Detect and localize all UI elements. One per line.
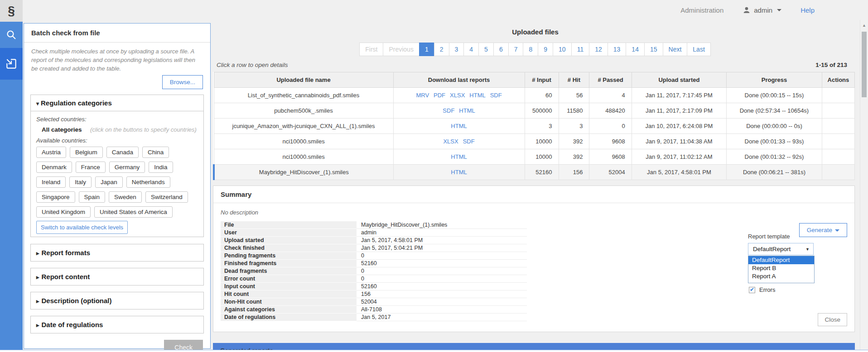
person-icon [743, 6, 751, 14]
regulation-categories-header[interactable]: Regulation categories [31, 95, 203, 111]
selected-template-value: DefaultReport [753, 246, 791, 252]
switch-check-levels-button[interactable]: Switch to available check levels [36, 221, 128, 234]
pagination-page-8[interactable]: 8 [523, 43, 538, 56]
country-button-japan[interactable]: Japan [95, 176, 123, 188]
cell-file-name: Maybridge_HitDiscover_(1).smiles [214, 165, 393, 180]
pagination-page-9[interactable]: 9 [538, 43, 553, 56]
download-link-html[interactable]: HTML [451, 169, 467, 176]
pagination-page-1[interactable]: 1 [419, 43, 434, 56]
sidebar-item-batch-check[interactable] [0, 48, 23, 80]
download-link-xlsx[interactable]: XLSX [450, 92, 465, 99]
report-template-select[interactable]: DefaultReport ▼ [748, 243, 814, 255]
pagination-previous[interactable]: Previous [383, 43, 419, 56]
pagination-page-4[interactable]: 4 [463, 43, 479, 56]
dropdown-option-report-a[interactable]: Report A [748, 272, 814, 281]
download-link-pdf[interactable]: PDF [434, 92, 445, 99]
pagination-page-13[interactable]: 13 [608, 43, 627, 56]
country-button-united-kingdom[interactable]: United Kingdom [36, 206, 91, 218]
cell-file-name: pubchem500k_.smiles [214, 103, 393, 119]
pagination-page-7[interactable]: 7 [508, 43, 524, 56]
country-button-spain[interactable]: Spain [79, 191, 106, 203]
detail-label: Dead fragments [221, 267, 357, 275]
batch-import-icon [5, 57, 18, 71]
pagination-first[interactable]: First [359, 43, 383, 56]
pagination-page-11[interactable]: 11 [571, 43, 590, 56]
table-row-selected[interactable]: Maybridge_HitDiscover_(1).smiles HTML 52… [214, 165, 855, 180]
section-report-formats[interactable]: Report formats [30, 244, 204, 262]
errors-checkbox[interactable] [749, 287, 755, 293]
country-button-china[interactable]: China [142, 147, 169, 158]
section-description[interactable]: Description (optional) [30, 292, 204, 309]
download-link-html[interactable]: HTML [459, 107, 475, 114]
help-link[interactable]: Help [800, 6, 815, 14]
pagination-page-5[interactable]: 5 [478, 43, 494, 56]
country-button-italy[interactable]: Italy [69, 176, 92, 188]
pagination-page-2[interactable]: 2 [434, 43, 449, 56]
country-button-usa[interactable]: United States of America [94, 206, 173, 218]
pagination-page-14[interactable]: 14 [626, 43, 645, 56]
detail-label: Error count [221, 275, 357, 283]
dropdown-option-defaultreport[interactable]: DefaultReport [748, 256, 814, 264]
browse-button[interactable]: Browse... [162, 75, 203, 89]
errors-checkbox-row[interactable]: Errors [749, 286, 775, 293]
dropdown-option-report-b[interactable]: Report B [748, 264, 814, 272]
user-menu[interactable]: admin [743, 6, 781, 14]
cell-file-name: nci10000.smiles [214, 134, 393, 149]
sidebar-item-search[interactable] [0, 22, 23, 48]
administration-link[interactable]: Administration [680, 6, 723, 14]
close-button[interactable]: Close [818, 313, 847, 326]
download-link-sdf[interactable]: SDF [443, 107, 454, 114]
download-link-xlsx[interactable]: XLSX [443, 138, 458, 145]
pagination-page-15[interactable]: 15 [644, 43, 663, 56]
table-row[interactable]: List_of_synthetic_cannabinoids_pdf.smile… [214, 88, 855, 103]
download-link-mrv[interactable]: MRV [416, 92, 429, 99]
download-link-html[interactable]: HTML [451, 123, 467, 129]
batch-panel-title: Batch check from file [24, 24, 210, 43]
row-hint: Click a row to open details [217, 62, 288, 68]
table-row[interactable]: nci10000.smiles HTML 10000 392 9608 Jan … [214, 149, 855, 165]
vertical-scrollbar[interactable]: ▲ [860, 20, 868, 352]
section-date-of-regulations[interactable]: Date of regulations [30, 316, 204, 333]
country-button-austria[interactable]: Austria [36, 147, 66, 158]
sidebar: § [0, 0, 23, 352]
pagination-last[interactable]: Last [687, 43, 710, 56]
table-row[interactable]: jcunique_Amazon_with-jcunique_CXN_ALL_(1… [214, 119, 855, 134]
cell-actions [822, 149, 854, 165]
pagination-page-3[interactable]: 3 [449, 43, 464, 56]
app-logo[interactable]: § [0, 0, 23, 22]
pagination-page-12[interactable]: 12 [589, 43, 608, 56]
download-link-html[interactable]: HTML [451, 153, 467, 160]
table-row[interactable]: nci10000.smiles XLSXSDF 10000 392 9608 J… [214, 134, 855, 149]
country-button-canada[interactable]: Canada [106, 147, 139, 158]
download-link-html[interactable]: HTML [469, 92, 485, 99]
country-button-singapore[interactable]: Singapore [36, 191, 75, 203]
country-button-netherlands[interactable]: Netherlands [126, 176, 170, 188]
country-button-ireland[interactable]: Ireland [36, 176, 66, 188]
country-button-belgium[interactable]: Belgium [70, 147, 103, 158]
generate-button[interactable]: Generate [799, 223, 847, 237]
pagination-next[interactable]: Next [663, 43, 688, 56]
download-link-sdf[interactable]: SDF [490, 92, 502, 99]
cell-hit: 11580 [559, 103, 589, 119]
detail-value: 0 [357, 252, 527, 260]
cell-input: 10000 [525, 134, 559, 149]
country-button-germany[interactable]: Germany [109, 162, 145, 173]
pagination-page-10[interactable]: 10 [553, 43, 572, 56]
table-row[interactable]: pubchem500k_.smiles SDFHTML 500000 11580… [214, 103, 855, 119]
section-report-content[interactable]: Report content [30, 268, 204, 285]
country-button-france[interactable]: France [76, 162, 106, 173]
summary-title: Summary [213, 186, 854, 203]
scroll-up-icon[interactable]: ▲ [860, 20, 868, 28]
pagination-page-6[interactable]: 6 [493, 43, 509, 56]
country-button-india[interactable]: India [149, 162, 173, 173]
country-button-denmark[interactable]: Denmark [36, 162, 72, 173]
detail-label: Upload started [221, 237, 357, 244]
country-button-sweden[interactable]: Sweden [109, 191, 142, 203]
pagination: First Previous 1 2 3 4 5 6 7 8 9 10 11 1… [211, 43, 860, 56]
scrollbar-thumb[interactable] [862, 32, 867, 97]
col-hit: # Hit [559, 72, 589, 88]
country-button-switzerland[interactable]: Switzerland [145, 191, 188, 203]
download-link-sdf[interactable]: SDF [463, 138, 475, 145]
cell-actions [822, 119, 854, 134]
all-categories-hint: (click on the buttons to specify countri… [90, 126, 197, 133]
